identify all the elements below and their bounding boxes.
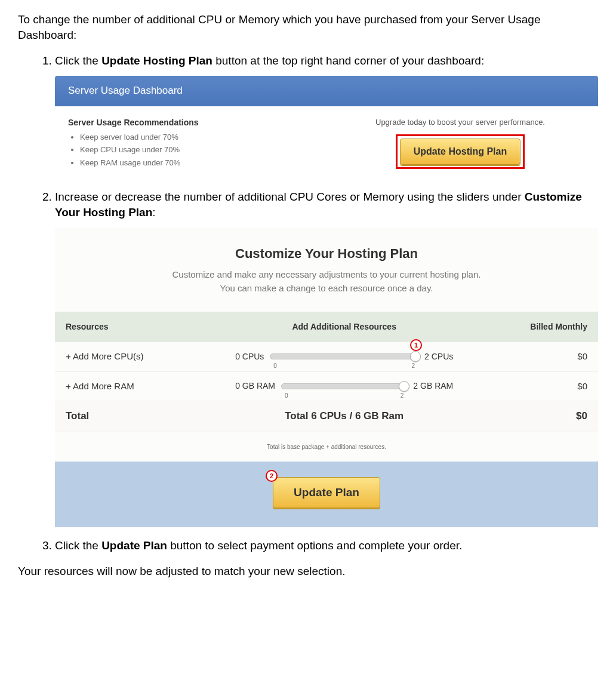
header-add: Add Additional Resources — [224, 312, 464, 342]
panel1-body: Server Usage Recommendations Keep server… — [55, 106, 598, 179]
row-price: $0 — [464, 371, 598, 401]
header-resources: Resources — [55, 312, 224, 342]
total-summary: Total 6 CPUs / 6 GB Ram — [224, 401, 464, 432]
slider-ticks: 0 | 2 — [285, 392, 404, 400]
resources-table: Resources Add Additional Resources Bille… — [55, 312, 598, 432]
step-3-pre: Click the — [55, 539, 101, 552]
callout-badge-1: 1 — [410, 339, 422, 351]
slider-track — [281, 383, 407, 389]
step-3: Click the Update Plan button to select p… — [55, 538, 598, 553]
tick-min: 0 — [285, 392, 288, 400]
step-1-pre: Click the — [55, 54, 101, 67]
step-2-post: : — [152, 206, 155, 219]
step-3-post: button to select payment options and com… — [167, 539, 462, 552]
customize-sub-line1: Customize and make any necessary adjustm… — [173, 269, 481, 279]
row-label: + Add More RAM — [55, 371, 224, 401]
steps-list: Click the Update Hosting Plan button at … — [18, 53, 598, 553]
total-row: Total Total 6 CPUs / 6 GB Ram $0 — [55, 401, 598, 432]
customize-subtitle: Customize and make any necessary adjustm… — [55, 268, 598, 312]
slider-thumb[interactable] — [399, 381, 409, 392]
upgrade-text: Upgrade today to boost your server perfo… — [335, 117, 585, 128]
slider-track — [270, 353, 418, 359]
intro-text: To change the number of additional CPU o… — [18, 12, 598, 42]
customize-title: Customize Your Hosting Plan — [55, 229, 598, 269]
slider-min-label: 0 CPUs — [235, 351, 264, 362]
slider-ticks: 0 | 2 — [273, 362, 415, 370]
upgrade-column: Upgrade today to boost your server perfo… — [335, 117, 585, 171]
row-price: $0 — [464, 342, 598, 371]
highlight-box: Update Hosting Plan — [396, 134, 525, 169]
row-slider-cell: 0 GB RAM 0 | 2 2 GB RAM — [224, 371, 464, 401]
table-row: + Add More CPU(s) 0 CPUs 1 0 | — [55, 342, 598, 371]
update-plan-section: 2 Update Plan — [55, 462, 598, 527]
tick-min: 0 — [273, 362, 277, 370]
total-price: $0 — [464, 401, 598, 432]
recommendations-column: Server Usage Recommendations Keep server… — [68, 117, 318, 171]
recommendation-item: Keep RAM usage under 70% — [80, 158, 318, 168]
customize-hosting-panel: Customize Your Hosting Plan Customize an… — [55, 229, 598, 527]
update-plan-button[interactable]: Update Plan — [273, 477, 380, 508]
server-usage-dashboard-panel: Server Usage Dashboard Server Usage Reco… — [55, 76, 598, 179]
slider-min-label: 0 GB RAM — [235, 380, 275, 392]
total-label: Total — [55, 401, 224, 432]
slider-wrap-cpu: 0 CPUs 1 0 | 2 2 C — [235, 351, 453, 362]
recommendations-title: Server Usage Recommendations — [68, 117, 318, 128]
row-label: + Add More CPU(s) — [55, 342, 224, 371]
step-1: Click the Update Hosting Plan button at … — [55, 53, 598, 179]
step-1-post: button at the top right hand corner of y… — [212, 54, 484, 67]
tick-max: 2 — [411, 362, 415, 370]
footnote-text: Total is base package + additional resou… — [55, 432, 598, 462]
slider-max-label: 2 CPUs — [424, 351, 453, 362]
recommendation-item: Keep server load under 70% — [80, 132, 318, 143]
slider-thumb[interactable] — [410, 351, 421, 362]
update-hosting-plan-button[interactable]: Update Hosting Plan — [400, 139, 520, 165]
step-2: Increase or decrease the number of addit… — [55, 189, 598, 527]
closing-text: Your resources will now be adjusted to m… — [18, 564, 598, 579]
tick-max: 2 — [401, 392, 404, 400]
slider-max-label: 2 GB RAM — [413, 380, 453, 392]
panel1-header: Server Usage Dashboard — [55, 76, 598, 106]
recommendation-item: Keep CPU usage under 70% — [80, 144, 318, 155]
step-1-bold: Update Hosting Plan — [101, 54, 212, 67]
customize-sub-line2: You can make a change to each resource o… — [220, 283, 433, 293]
step-3-bold: Update Plan — [101, 539, 167, 552]
cpu-slider[interactable]: 1 0 | 2 — [270, 352, 418, 361]
step-2-pre: Increase or decrease the number of addit… — [55, 190, 525, 203]
recommendations-list: Keep server load under 70% Keep CPU usag… — [68, 132, 318, 168]
table-header-row: Resources Add Additional Resources Bille… — [55, 312, 598, 342]
slider-wrap-ram: 0 GB RAM 0 | 2 2 GB RAM — [235, 380, 453, 392]
ram-slider[interactable]: 0 | 2 — [281, 382, 407, 390]
table-row: + Add More RAM 0 GB RAM 0 | 2 — [55, 371, 598, 401]
header-billed: Billed Monthly — [464, 312, 598, 342]
row-slider-cell: 0 CPUs 1 0 | 2 2 C — [224, 342, 464, 371]
